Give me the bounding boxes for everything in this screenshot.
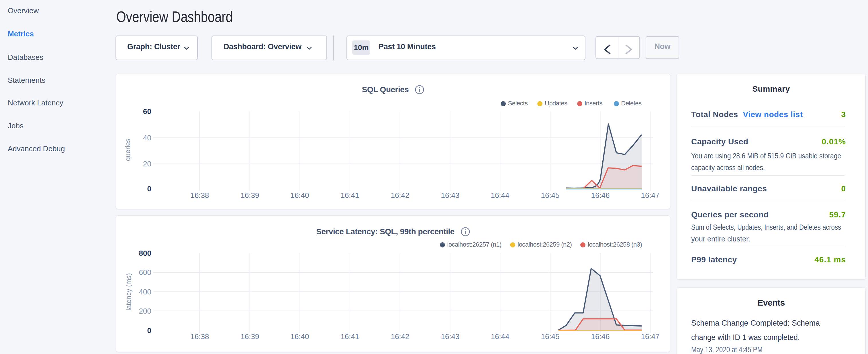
svg-text:Sum of Selects, Updates, Inser: Sum of Selects, Updates, Inserts, and De… — [691, 223, 841, 231]
svg-text:Schema Change Completed: Schem: Schema Change Completed: Schema — [691, 319, 820, 327]
svg-text:Overview Dashboard: Overview Dashboard — [116, 8, 233, 25]
svg-text:capacity across all nodes.: capacity across all nodes. — [691, 163, 765, 172]
svg-text:change with ID 1 was completed: change with ID 1 was completed. — [691, 333, 800, 342]
svg-text:your entire cluster.: your entire cluster. — [691, 234, 750, 243]
svg-text:May 13, 2020 at 4:45 PM: May 13, 2020 at 4:45 PM — [691, 345, 763, 354]
svg-text:You are using 28.6 MiB of 515.: You are using 28.6 MiB of 515.9 GiB usab… — [691, 152, 841, 160]
